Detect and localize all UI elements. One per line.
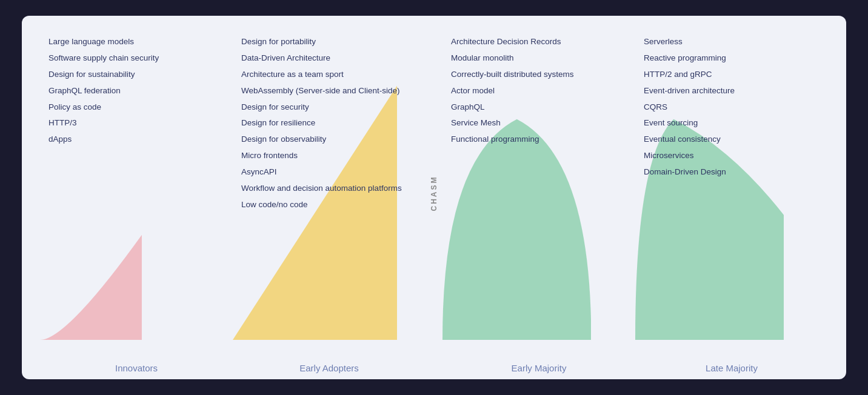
list-item: dApps [48, 134, 224, 145]
late-majority-label: Late Majority [635, 358, 828, 373]
list-item: Low code/no code [241, 199, 417, 211]
list-item: Reactive programming [644, 53, 820, 64]
list-item: Workflow and decision automation platfor… [241, 183, 417, 194]
list-item: Design for portability [241, 36, 417, 48]
late-majority-column: Serverless Reactive programming HTTP/2 a… [635, 28, 828, 358]
list-item: GraphQL [451, 102, 627, 113]
list-item: Actor model [451, 85, 627, 97]
chasm-divider: CHASM [426, 28, 442, 358]
early-majority-label: Early Majority [442, 358, 635, 373]
list-item: Serverless [644, 36, 820, 48]
early-adopters-label: Early Adopters [233, 358, 426, 373]
list-item: Functional programming [451, 134, 627, 145]
list-item: Software supply chain security [48, 53, 224, 64]
innovators-label: Innovators [40, 358, 233, 373]
list-item: Design for sustainability [48, 69, 224, 81]
list-item: Design for resilience [241, 118, 417, 129]
list-item: Micro frontends [241, 150, 417, 162]
chasm-label: CHASM [430, 175, 438, 211]
list-item: GraphQL federation [48, 85, 224, 97]
list-item: Correctly-built distributed systems [451, 69, 627, 81]
list-item: CQRS [644, 102, 820, 113]
footer-labels: Innovators Early Adopters Early Majority… [40, 358, 828, 373]
list-item: Data-Driven Architecture [241, 53, 417, 64]
list-item: AsyncAPI [241, 167, 417, 178]
early-majority-items: Architecture Decision Records Modular mo… [442, 28, 635, 358]
list-item: Design for observability [241, 134, 417, 145]
columns-wrapper: Large language models Software supply ch… [40, 28, 828, 358]
list-item: Modular monolith [451, 53, 627, 64]
early-adopters-column: Design for portability Data-Driven Archi… [233, 28, 426, 358]
list-item: HTTP/2 and gRPC [644, 69, 820, 81]
list-item: HTTP/3 [48, 118, 224, 129]
late-majority-items: Serverless Reactive programming HTTP/2 a… [635, 28, 828, 358]
list-item: Event sourcing [644, 118, 820, 129]
list-item: Large language models [48, 36, 224, 48]
list-item: Event-driven architecture [644, 85, 820, 97]
list-item: Design for security [241, 102, 417, 113]
early-adopters-items: Design for portability Data-Driven Archi… [233, 28, 426, 358]
innovators-column: Large language models Software supply ch… [40, 28, 233, 358]
list-item: WebAssembly (Server-side and Client-side… [241, 85, 417, 97]
list-item: Domain-Driven Design [644, 167, 820, 178]
list-item: Eventual consistency [644, 134, 820, 145]
innovators-items: Large language models Software supply ch… [40, 28, 233, 358]
list-item: Service Mesh [451, 118, 627, 129]
list-item: Policy as code [48, 102, 224, 113]
list-item: Microservices [644, 150, 820, 162]
list-item: Architecture Decision Records [451, 36, 627, 48]
early-majority-column: Architecture Decision Records Modular mo… [442, 28, 635, 358]
list-item: Architecture as a team sport [241, 69, 417, 81]
chart-container: Large language models Software supply ch… [22, 16, 846, 379]
